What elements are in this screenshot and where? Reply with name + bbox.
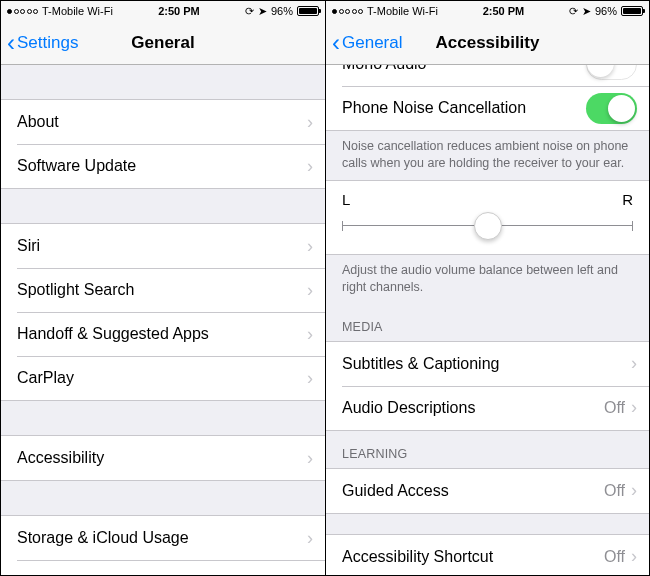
row-mono-audio[interactable]: Mono Audio — [326, 65, 649, 86]
row-spotlight[interactable]: Spotlight Search› — [1, 268, 325, 312]
location-icon: ➤ — [582, 5, 591, 18]
clock: 2:50 PM — [158, 5, 200, 17]
chevron-right-icon: › — [307, 156, 325, 177]
back-label: Settings — [17, 33, 78, 53]
chevron-right-icon: › — [631, 353, 649, 374]
carrier-label: T-Mobile Wi-Fi — [367, 5, 438, 17]
battery-icon — [621, 6, 643, 16]
chevron-right-icon: › — [307, 572, 325, 576]
chevron-left-icon: ‹ — [7, 31, 15, 55]
clock: 2:50 PM — [483, 5, 525, 17]
scroll-content[interactable]: Mono Audio Phone Noise Cancellation Nois… — [326, 65, 649, 575]
location-icon: ➤ — [258, 5, 267, 18]
row-storage[interactable]: Storage & iCloud Usage› — [1, 516, 325, 560]
row-carplay[interactable]: CarPlay› — [1, 356, 325, 400]
row-accessibility[interactable]: Accessibility› — [1, 436, 325, 480]
balance-left-label: L — [342, 191, 350, 208]
row-handoff[interactable]: Handoff & Suggested Apps› — [1, 312, 325, 356]
media-header: MEDIA — [326, 304, 649, 341]
noise-cancel-footer: Noise cancellation reduces ambient noise… — [326, 131, 649, 180]
chevron-right-icon: › — [307, 528, 325, 549]
chevron-left-icon: ‹ — [332, 31, 340, 55]
phone-general: T-Mobile Wi-Fi 2:50 PM ⟳ ➤ 96% ‹ Setting… — [1, 1, 325, 575]
toggle-mono-audio[interactable] — [586, 65, 637, 80]
balance-footer: Adjust the audio volume balance between … — [326, 255, 649, 304]
lock-icon: ⟳ — [569, 5, 578, 18]
chevron-right-icon: › — [631, 546, 649, 567]
battery-icon — [297, 6, 319, 16]
phone-accessibility: T-Mobile Wi-Fi 2:50 PM ⟳ ➤ 96% ‹ General… — [325, 1, 649, 575]
row-bg-refresh[interactable]: Background App Refresh› — [1, 560, 325, 575]
back-button[interactable]: ‹ General — [326, 31, 402, 55]
status-bar: T-Mobile Wi-Fi 2:50 PM ⟳ ➤ 96% — [326, 1, 649, 21]
chevron-right-icon: › — [307, 112, 325, 133]
row-about[interactable]: About› — [1, 100, 325, 144]
carrier-label: T-Mobile Wi-Fi — [42, 5, 113, 17]
chevron-right-icon: › — [307, 280, 325, 301]
row-siri[interactable]: Siri› — [1, 224, 325, 268]
status-bar: T-Mobile Wi-Fi 2:50 PM ⟳ ➤ 96% — [1, 1, 325, 21]
nav-bar: ‹ General Accessibility — [326, 21, 649, 65]
chevron-right-icon: › — [307, 368, 325, 389]
scroll-content[interactable]: About› Software Update› Siri› Spotlight … — [1, 65, 325, 575]
chevron-right-icon: › — [307, 448, 325, 469]
balance-slider-box: L R — [326, 180, 649, 255]
signal-dots — [332, 9, 363, 14]
battery-pct: 96% — [271, 5, 293, 17]
balance-slider[interactable] — [342, 212, 633, 240]
nav-bar: ‹ Settings General — [1, 21, 325, 65]
row-software-update[interactable]: Software Update› — [1, 144, 325, 188]
chevron-right-icon: › — [307, 324, 325, 345]
row-guided-access[interactable]: Guided AccessOff› — [326, 469, 649, 513]
row-audio-descriptions[interactable]: Audio DescriptionsOff› — [326, 386, 649, 430]
row-noise-cancellation[interactable]: Phone Noise Cancellation — [326, 86, 649, 130]
lock-icon: ⟳ — [245, 5, 254, 18]
back-button[interactable]: ‹ Settings — [1, 31, 78, 55]
row-accessibility-shortcut[interactable]: Accessibility ShortcutOff› — [326, 535, 649, 576]
chevron-right-icon: › — [631, 397, 649, 418]
toggle-noise-cancellation[interactable] — [586, 93, 637, 124]
battery-pct: 96% — [595, 5, 617, 17]
slider-thumb[interactable] — [474, 212, 502, 240]
row-subtitles[interactable]: Subtitles & Captioning› — [326, 342, 649, 386]
chevron-right-icon: › — [631, 480, 649, 501]
balance-right-label: R — [622, 191, 633, 208]
learning-header: LEARNING — [326, 431, 649, 468]
back-label: General — [342, 33, 402, 53]
signal-dots — [7, 9, 38, 14]
chevron-right-icon: › — [307, 236, 325, 257]
